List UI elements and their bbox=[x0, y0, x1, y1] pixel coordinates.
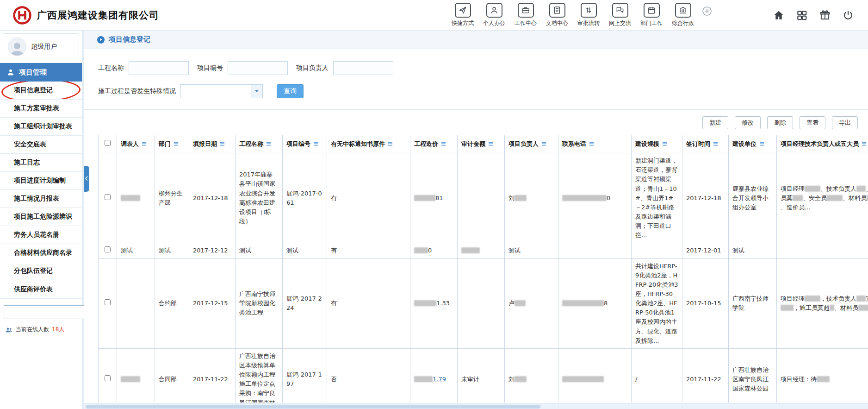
col-project-name[interactable]: 工程名称 bbox=[236, 135, 283, 153]
sort-icon[interactable] bbox=[862, 140, 867, 145]
sort-icon[interactable] bbox=[441, 140, 446, 145]
nav-item-5[interactable]: 审批流转 bbox=[577, 3, 600, 27]
sidebar-item-1[interactable]: 项目信息登记 bbox=[0, 82, 82, 100]
cell-respondent bbox=[117, 348, 155, 403]
filter-label-project-name: 工程名称 bbox=[98, 64, 124, 72]
col-project-manager-staff[interactable]: 项目经理技术负责人或五大员 bbox=[777, 135, 868, 153]
chevron-down-icon[interactable] bbox=[251, 84, 263, 98]
sort-icon[interactable] bbox=[388, 140, 393, 145]
sidebar-item-2[interactable]: 施工方案审批表 bbox=[0, 100, 82, 118]
cost-link[interactable]: 1.79 bbox=[433, 376, 446, 383]
row-checkbox[interactable] bbox=[105, 299, 111, 305]
user-card: 超级用户 bbox=[3, 33, 79, 60]
sort-icon[interactable] bbox=[589, 140, 594, 145]
nav-item-2[interactable]: 个人办公 bbox=[483, 3, 505, 27]
sidebar-section-project-management[interactable]: 项目管理 bbox=[0, 63, 82, 82]
nav-item-4[interactable]: 文档中心 bbox=[546, 3, 568, 27]
sidebar-item-10[interactable]: 合格材料供应商名录 bbox=[0, 244, 82, 262]
cell-construction-unit: 广西壮族自治区南宁良凤江国家森林公园 bbox=[729, 348, 777, 403]
sidebar-item-4[interactable]: 安全交底表 bbox=[0, 136, 82, 154]
col-sign-date[interactable]: 签订时间 bbox=[682, 135, 729, 153]
sidebar-item-12[interactable]: 供应商评价表 bbox=[0, 280, 82, 298]
sort-icon[interactable] bbox=[313, 140, 318, 145]
sort-icon[interactable] bbox=[220, 140, 225, 145]
nav-item-6[interactable]: 网上交流 bbox=[609, 3, 631, 27]
sidebar-item-11[interactable]: 分包队伍登记 bbox=[0, 262, 82, 280]
new-button[interactable]: 新建 bbox=[702, 116, 728, 129]
horizontal-scrollbar[interactable] bbox=[84, 403, 868, 409]
cell-fill-date: 2017-11-22 bbox=[189, 348, 236, 403]
sidebar-search-input[interactable] bbox=[4, 305, 89, 319]
col-project-no[interactable]: 项目编号 bbox=[283, 135, 327, 153]
nav-item-1[interactable]: 快捷方式 bbox=[452, 3, 474, 27]
col-fill-date[interactable]: 填报日期 bbox=[189, 135, 236, 153]
sidebar-item-9[interactable]: 劳务人员花名册 bbox=[0, 226, 82, 244]
sort-icon[interactable] bbox=[541, 140, 546, 145]
special-situation-select[interactable] bbox=[180, 84, 263, 98]
sidebar-item-8[interactable]: 项目施工危险源辨识 bbox=[0, 208, 82, 226]
person-icon bbox=[486, 3, 502, 18]
grid-icon[interactable] bbox=[796, 9, 808, 21]
redacted-text bbox=[562, 376, 604, 382]
view-button[interactable]: 查看 bbox=[800, 116, 825, 129]
special-situation-select-value[interactable] bbox=[180, 84, 251, 98]
export-button[interactable]: 导出 bbox=[832, 116, 858, 129]
col-audit-amount[interactable]: 审计金额 bbox=[458, 135, 505, 153]
col-bid-notice-original[interactable]: 有无中标通知书原件 bbox=[327, 135, 410, 153]
nav-item-7[interactable]: 部门工作 bbox=[640, 3, 663, 27]
col-contact-phone[interactable]: 联系电话 bbox=[558, 135, 632, 153]
sidebar-item-3[interactable]: 施工组织计划审批表 bbox=[0, 118, 82, 136]
plus-circle-icon[interactable] bbox=[701, 6, 713, 17]
nav-item-3[interactable]: 工作中心 bbox=[515, 3, 537, 27]
cell-construction-scale: 共计建设HFRP-9化粪池2座，HFRP-20化粪池3座，HFRP-30化粪池2… bbox=[632, 258, 682, 348]
sort-icon[interactable] bbox=[488, 140, 493, 145]
sort-icon[interactable] bbox=[174, 140, 179, 145]
sidebar-item-7[interactable]: 施工情况月报表 bbox=[0, 190, 82, 208]
query-button[interactable]: 查询 bbox=[277, 84, 304, 98]
chat-icon bbox=[612, 3, 628, 18]
col-project-leader[interactable]: 项目负责人 bbox=[505, 135, 558, 153]
sidebar-item-label: 供应商评价表 bbox=[14, 285, 53, 294]
redacted-text bbox=[805, 296, 820, 302]
col-construction-scale[interactable]: 建设规模 bbox=[632, 135, 682, 153]
modify-button[interactable]: 修改 bbox=[735, 116, 761, 129]
person-icon bbox=[6, 68, 15, 76]
sidebar-item-label: 施工组织计划审批表 bbox=[14, 122, 72, 131]
sidebar-item-6[interactable]: 项目进度计划编制 bbox=[0, 172, 82, 190]
project-leader-input[interactable] bbox=[333, 61, 393, 75]
nav-item-8[interactable]: 综合行政 bbox=[672, 3, 694, 27]
delete-button[interactable]: 删除 bbox=[767, 116, 793, 129]
cell-fill-date: 2017-12-18 bbox=[189, 153, 236, 243]
power-icon[interactable] bbox=[842, 9, 854, 21]
row-checkbox[interactable] bbox=[105, 246, 111, 252]
sort-icon[interactable] bbox=[713, 140, 718, 145]
cell-project-name: 2017年鹿寨县平山镇国家农业综合开发高标准农田建设项目（I标段） bbox=[236, 153, 283, 243]
sort-icon[interactable] bbox=[266, 140, 271, 145]
company-name: 广西展鸿建设集团有限公司 bbox=[37, 9, 159, 22]
row-checkbox[interactable] bbox=[105, 375, 111, 381]
table-area: 新建修改删除查看导出 调表人部门填报日期工程名称项目编号有无中标通知书原件工程造… bbox=[84, 110, 868, 409]
sort-icon[interactable] bbox=[662, 140, 667, 145]
col-construction-unit[interactable]: 建设单位 bbox=[729, 135, 777, 153]
project-name-input[interactable] bbox=[129, 61, 189, 75]
col-department[interactable]: 部门 bbox=[155, 135, 189, 153]
redacted-text bbox=[805, 186, 820, 192]
top-nav: 快捷方式个人办公工作中心文档中心审批流转网上交流部门工作综合行政 bbox=[452, 3, 694, 27]
cell-sign-date: 2017-12-18 bbox=[682, 153, 729, 243]
select-all-checkbox[interactable] bbox=[105, 140, 111, 146]
scrollbar-thumb[interactable] bbox=[86, 405, 540, 409]
chevron-left-icon bbox=[85, 176, 88, 182]
sort-icon[interactable] bbox=[759, 140, 764, 145]
cell-bid-notice-original: 有 bbox=[327, 258, 410, 348]
home-icon[interactable] bbox=[773, 9, 785, 21]
gift-icon[interactable] bbox=[819, 9, 831, 21]
col-project-cost[interactable]: 工程造价 bbox=[410, 135, 458, 153]
row-checkbox[interactable] bbox=[105, 194, 111, 200]
cell-project-manager-staff bbox=[777, 243, 868, 258]
col-respondent[interactable]: 调表人 bbox=[117, 135, 155, 153]
project-no-input[interactable] bbox=[228, 61, 288, 75]
sidebar: 超级用户 项目管理 项目信息登记施工方案审批表施工组织计划审批表安全交底表施工日… bbox=[0, 31, 84, 409]
sidebar-item-5[interactable]: 施工日志 bbox=[0, 154, 82, 172]
sidebar-collapse-handle[interactable] bbox=[84, 166, 89, 192]
sort-icon[interactable] bbox=[142, 140, 147, 145]
